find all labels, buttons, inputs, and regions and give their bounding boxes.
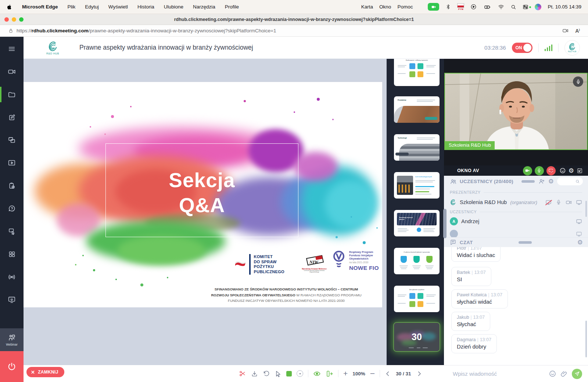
current-slide[interactable]: Sekcja Q&A KOMITET DO SPRAW POŻYTKU PUBL… <box>24 82 382 307</box>
next-slide-button[interactable] <box>416 371 422 377</box>
menu-narzedzia[interactable]: Narzędzia <box>193 4 215 10</box>
lock-icon[interactable] <box>8 28 14 33</box>
menu-pomoc[interactable]: Pomoc <box>397 4 413 10</box>
menu-karta[interactable]: Karta <box>361 4 373 10</box>
zoom-out-button[interactable]: − <box>370 369 375 379</box>
menu-historia[interactable]: Historia <box>137 4 154 10</box>
close-presentation-button[interactable]: ✕ZAMKNIJ <box>26 367 64 377</box>
menu-edytuj[interactable]: Edytuj <box>85 4 99 10</box>
annotation-tool-icon[interactable] <box>239 370 246 377</box>
undo-icon[interactable] <box>263 370 270 377</box>
menu-plik[interactable]: Plik <box>68 4 76 10</box>
sidebar-help-button[interactable] <box>0 197 24 220</box>
wifi-icon[interactable] <box>498 4 504 10</box>
camera-active-indicator-icon[interactable] <box>428 3 439 11</box>
chat-header: CZAT ⚙ <box>444 237 588 247</box>
pointer-tool-icon[interactable] <box>275 370 282 377</box>
reactions-icon[interactable] <box>559 167 566 174</box>
menu-ulubione[interactable]: Ulubione <box>164 4 183 10</box>
sidebar-media-button[interactable] <box>0 151 24 174</box>
media-control-icon[interactable] <box>562 28 569 34</box>
sidebar-camera-button[interactable] <box>0 60 24 83</box>
participants-drag-handle[interactable] <box>521 180 535 183</box>
chat-scrollbar[interactable] <box>585 321 587 357</box>
camera-on-button[interactable] <box>523 166 532 175</box>
komitet-line: PUBLICZNEGO <box>254 269 284 275</box>
panel-resize-handle[interactable] <box>443 209 447 238</box>
slide-thumbnail-2[interactable]: Produktów <box>394 96 440 123</box>
screenshare-off-button[interactable] <box>546 166 556 175</box>
siri-icon[interactable] <box>535 4 541 10</box>
sidebar-surveys-button[interactable] <box>0 174 24 197</box>
sidebar-screenshare-button[interactable] <box>0 288 24 311</box>
play-status-icon[interactable] <box>470 4 477 10</box>
slide-thumbnail-3[interactable]: Technologii <box>394 134 440 161</box>
participants-search-input[interactable] <box>557 177 583 185</box>
mic-on-button[interactable] <box>535 166 544 175</box>
webinar-header: R&D HUB Prawne aspekty wdrażania innowac… <box>24 37 588 59</box>
slide-thumbnail-1[interactable]: Znakowanie i reklamy żywności <box>394 59 440 86</box>
slide-thumbnail-4[interactable]: Linii technologicznych <box>394 172 440 199</box>
color-swatch[interactable] <box>286 371 292 376</box>
av-settings-icon[interactable]: ⚙ <box>569 168 574 174</box>
attendee-monitor-icon[interactable] <box>576 218 582 225</box>
zoom-in-button[interactable]: + <box>343 369 348 378</box>
sidebar-menu-button[interactable] <box>0 38 24 60</box>
sidebar-broadcast-button[interactable] <box>0 265 24 288</box>
slide-thumbnail-current[interactable]: 30 <box>394 323 440 351</box>
bluetooth-icon[interactable] <box>445 4 451 10</box>
presenter-monitor-icon[interactable] <box>576 199 582 206</box>
slide-thumbnail-6[interactable]: Z zakresu kontroli jakości i procesów <box>394 248 440 274</box>
menu-wyswietl[interactable]: Wyświetl <box>108 4 128 10</box>
send-message-button[interactable] <box>572 369 582 379</box>
brush-size-icon[interactable] <box>297 370 303 377</box>
add-participant-icon[interactable] <box>538 178 545 185</box>
presenter-camera-icon[interactable] <box>566 199 572 206</box>
nowefio-logo: Rządowy Program Fundusz Inicjatyw Obywat… <box>331 250 379 271</box>
sidebar-windows-button[interactable] <box>0 129 24 151</box>
slide-thumbnail-7[interactable]: Zarządzanie ryzykiem <box>394 286 440 312</box>
slide-thumbnail-5[interactable]: Standardy kontroli jakości <box>394 210 440 236</box>
sidebar-cta-button[interactable] <box>0 220 24 243</box>
read-aloud-icon[interactable]: A) <box>575 28 580 34</box>
emoji-icon[interactable] <box>549 370 556 378</box>
menubar-clock[interactable]: Pt. 10.05 14:39 <box>548 4 581 10</box>
presenter-row[interactable]: Szkolenia R&D Hub (organizator) <box>444 196 588 208</box>
video-mic-icon[interactable] <box>573 76 583 87</box>
popout-av-icon[interactable] <box>577 168 583 174</box>
on-air-toggle[interactable]: ON <box>512 43 533 53</box>
sidebar-apps-button[interactable] <box>0 243 24 265</box>
participants-scrollbar[interactable] <box>585 201 587 217</box>
menu-okno[interactable]: Okno <box>379 4 391 10</box>
chat-drag-handle[interactable] <box>519 241 532 244</box>
sidebar-webinar-button[interactable]: Webinar <box>0 328 24 351</box>
webinar-title: Prawne aspekty wdrażania innowacji w bra… <box>79 44 253 51</box>
fio-years: na lata 2021-2030 <box>349 261 379 264</box>
advance-slide-icon[interactable] <box>326 370 333 378</box>
sidebar-compose-button[interactable] <box>0 106 24 129</box>
presentation-visible-icon[interactable] <box>313 370 321 378</box>
attendee-row[interactable]: A Andrzej <box>444 215 588 227</box>
url-text[interactable]: https://rdhub.clickmeeting.com/prawne-as… <box>17 28 276 33</box>
menu-profile[interactable]: Profile <box>225 4 239 10</box>
sidebar-files-button[interactable] <box>0 83 24 106</box>
battery-icon[interactable] <box>483 4 492 10</box>
presenter-mic-icon[interactable] <box>556 199 562 205</box>
chat-message-input[interactable] <box>453 371 545 377</box>
connection-quality-icon[interactable] <box>545 44 553 51</box>
chat-settings-icon[interactable]: ⚙ <box>577 239 583 246</box>
presenter-screenshare-off-icon[interactable] <box>545 199 552 206</box>
participants-settings-icon[interactable]: ⚙ <box>548 178 554 185</box>
presenter-video[interactable]: Szkolenia R&D Hub <box>444 73 588 150</box>
download-icon[interactable] <box>251 370 258 377</box>
previous-slide-button[interactable] <box>385 371 391 377</box>
spotlight-search-icon[interactable] <box>510 4 516 10</box>
input-language-flag-icon[interactable]: PYM <box>457 3 464 10</box>
apple-menu-icon[interactable] <box>7 4 12 10</box>
control-center-icon[interactable] <box>523 4 528 10</box>
attachment-icon[interactable] <box>560 370 568 378</box>
end-session-button[interactable] <box>0 351 24 382</box>
account-avatar[interactable]: R&D HUB <box>564 40 580 56</box>
attendee-row-partial[interactable] <box>444 228 588 237</box>
menubar-app-name[interactable]: Microsoft Edge <box>22 4 58 10</box>
